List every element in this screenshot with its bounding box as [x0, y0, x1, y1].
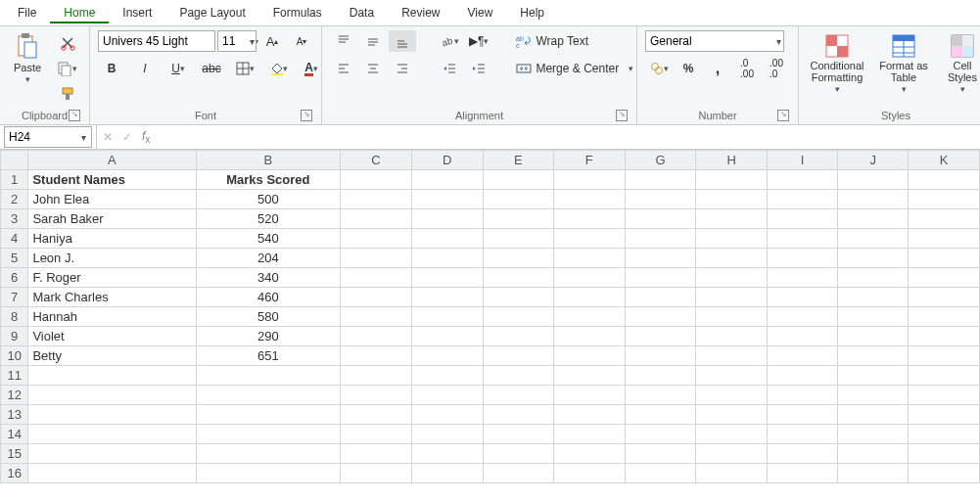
row-header-2[interactable]: 2: [1, 190, 28, 209]
cell-I4[interactable]: [767, 229, 837, 249]
cell-A9[interactable]: Violet: [28, 327, 196, 346]
cell-D2[interactable]: [411, 190, 483, 209]
format-as-table-button[interactable]: Format as Table▾: [873, 30, 934, 105]
formula-input[interactable]: [156, 127, 980, 147]
italic-button[interactable]: I: [131, 58, 159, 79]
cell-K3[interactable]: [909, 209, 980, 229]
cell-J5[interactable]: [837, 249, 908, 268]
paste-button[interactable]: Paste ▾: [8, 30, 47, 105]
cell-C16[interactable]: [341, 464, 412, 483]
cell-G5[interactable]: [625, 249, 696, 268]
row-header-11[interactable]: 11: [1, 366, 28, 386]
row-header-15[interactable]: 15: [1, 444, 28, 464]
cell-C12[interactable]: [341, 386, 412, 405]
cell-K7[interactable]: [909, 288, 980, 307]
cell-F13[interactable]: [554, 405, 626, 425]
menu-formulas[interactable]: Formulas: [259, 2, 336, 23]
cell-A11[interactable]: [28, 366, 196, 386]
cell-B11[interactable]: [196, 366, 341, 386]
align-center-button[interactable]: [359, 58, 387, 79]
cell-F8[interactable]: [554, 307, 626, 327]
cell-D5[interactable]: [411, 249, 483, 268]
col-header-F[interactable]: F: [554, 151, 626, 170]
cell-G9[interactable]: [625, 327, 696, 346]
cell-H2[interactable]: [696, 190, 768, 209]
cell-F1[interactable]: [554, 170, 626, 190]
cell-I7[interactable]: [767, 288, 837, 307]
cell-F16[interactable]: [554, 464, 626, 483]
cell-K5[interactable]: [909, 249, 980, 268]
cell-I15[interactable]: [767, 444, 837, 464]
cell-H13[interactable]: [696, 405, 768, 425]
cell-D12[interactable]: [411, 386, 483, 405]
cell-I6[interactable]: [767, 268, 837, 288]
cell-K12[interactable]: [909, 386, 980, 405]
cell-H5[interactable]: [696, 249, 768, 268]
row-header-4[interactable]: 4: [1, 229, 28, 249]
cell-B16[interactable]: [196, 464, 341, 483]
cell-H10[interactable]: [696, 346, 768, 366]
cell-E12[interactable]: [483, 386, 554, 405]
cell-H1[interactable]: [696, 170, 768, 190]
cell-J16[interactable]: [837, 464, 908, 483]
cell-B14[interactable]: [196, 425, 341, 444]
underline-button[interactable]: U▾: [164, 58, 192, 79]
cell-C4[interactable]: [341, 229, 412, 249]
cell-G11[interactable]: [625, 366, 696, 386]
cell-D10[interactable]: [411, 346, 483, 366]
col-header-I[interactable]: I: [767, 151, 837, 170]
menu-page-layout[interactable]: Page Layout: [165, 2, 258, 23]
font-color-button[interactable]: A▾: [298, 58, 325, 79]
cell-D8[interactable]: [411, 307, 483, 327]
dialog-launcher-icon[interactable]: ↘: [616, 110, 628, 121]
cell-E4[interactable]: [483, 229, 554, 249]
cell-B12[interactable]: [196, 386, 341, 405]
cell-J7[interactable]: [837, 288, 908, 307]
col-header-E[interactable]: E: [483, 151, 554, 170]
cell-D15[interactable]: [411, 444, 483, 464]
cell-C10[interactable]: [341, 346, 412, 366]
cell-D16[interactable]: [411, 464, 483, 483]
cell-E2[interactable]: [483, 190, 554, 209]
merge-center-button[interactable]: Merge & Center ▾: [512, 58, 637, 79]
cell-A10[interactable]: Betty: [28, 346, 196, 366]
cell-H4[interactable]: [696, 229, 768, 249]
cell-H7[interactable]: [696, 288, 768, 307]
cell-A4[interactable]: Haniya: [28, 229, 196, 249]
cell-E7[interactable]: [483, 288, 554, 307]
cell-F11[interactable]: [554, 366, 626, 386]
bold-button[interactable]: B: [98, 58, 125, 79]
cell-J6[interactable]: [837, 268, 908, 288]
menu-review[interactable]: Review: [388, 2, 453, 23]
cell-I13[interactable]: [767, 405, 837, 425]
cell-G13[interactable]: [625, 405, 696, 425]
cell-D3[interactable]: [411, 209, 483, 229]
cell-A1[interactable]: Student Names: [28, 170, 196, 190]
cell-I8[interactable]: [767, 307, 837, 327]
cell-K14[interactable]: [909, 425, 980, 444]
col-header-G[interactable]: G: [625, 151, 696, 170]
cell-B8[interactable]: 580: [196, 307, 341, 327]
cell-A2[interactable]: John Elea: [28, 190, 196, 209]
row-header-7[interactable]: 7: [1, 288, 28, 307]
cell-C3[interactable]: [341, 209, 412, 229]
conditional-formatting-button[interactable]: Conditional Formatting▾: [807, 30, 867, 105]
wrap-text-button[interactable]: abc Wrap Text: [512, 30, 637, 52]
increase-font-button[interactable]: A▴: [258, 30, 286, 52]
cell-E15[interactable]: [483, 444, 554, 464]
cell-J9[interactable]: [837, 327, 908, 346]
cell-D13[interactable]: [411, 405, 483, 425]
cell-F2[interactable]: [554, 190, 626, 209]
cell-F15[interactable]: [554, 444, 626, 464]
row-header-8[interactable]: 8: [1, 307, 28, 327]
cell-F9[interactable]: [554, 327, 626, 346]
cell-E5[interactable]: [483, 249, 554, 268]
cell-H12[interactable]: [696, 386, 768, 405]
cell-G16[interactable]: [625, 464, 696, 483]
cell-J13[interactable]: [837, 405, 908, 425]
select-all-corner[interactable]: [1, 151, 28, 170]
cell-E11[interactable]: [483, 366, 554, 386]
percent-button[interactable]: %: [675, 58, 702, 79]
cell-E13[interactable]: [483, 405, 554, 425]
cell-B5[interactable]: 204: [196, 249, 341, 268]
